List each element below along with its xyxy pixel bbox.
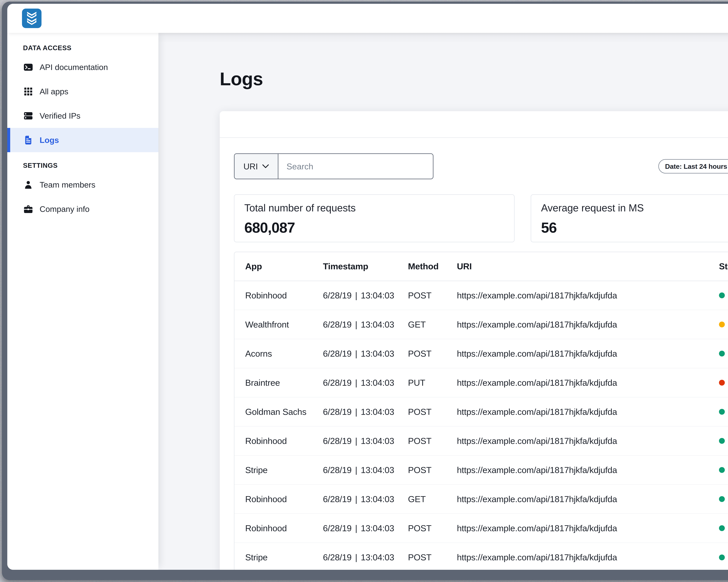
status-dot — [719, 525, 725, 531]
cell-method: POST — [408, 397, 457, 426]
cell-status: 200 — [719, 426, 728, 455]
timestamp-separator: | — [355, 378, 357, 388]
stat-value: 56 — [541, 219, 728, 236]
server-icon — [24, 112, 32, 120]
cell-timestamp: 6/28/19|13:04:03 — [323, 484, 408, 514]
search-category-label: URI — [243, 162, 258, 171]
table-body: Robinhood 6/28/19|13:04:03 POST https://… — [234, 281, 728, 570]
cell-app: Wealthfront — [234, 310, 323, 339]
table-row[interactable]: Stripe 6/28/19|13:04:03 POST https://exa… — [234, 543, 728, 570]
cell-app: Stripe — [234, 543, 323, 570]
table-row[interactable]: Robinhood 6/28/19|13:04:03 POST https://… — [234, 514, 728, 543]
cell-status: 500 — [719, 368, 728, 397]
stat-cards: Total number of requests 680,087 Average… — [234, 194, 728, 242]
cell-timestamp: 6/28/19|13:04:03 — [323, 368, 408, 397]
cell-uri: https://example.com/api/1817hjkfa/kdjufd… — [457, 397, 719, 426]
cell-uri: https://example.com/api/1817hjkfa/kdjufd… — [457, 426, 719, 455]
company-logo[interactable] — [22, 8, 42, 28]
cell-status: 200 — [719, 281, 728, 310]
cell-status: 400 — [719, 310, 728, 339]
sidebar-item-company-info[interactable]: Company info — [7, 197, 158, 221]
sidebar-item-icon — [24, 112, 33, 120]
grid-icon — [24, 88, 32, 95]
cell-app: Robinhood — [234, 484, 323, 514]
sidebar-item-label: All apps — [40, 87, 68, 96]
cell-method: GET — [408, 310, 457, 339]
app-window: Support J DATA ACCESS API documentation … — [7, 4, 728, 570]
cell-method: POST — [408, 514, 457, 543]
cell-timestamp: 6/28/19|13:04:03 — [323, 426, 408, 455]
cell-timestamp: 6/28/19|13:04:03 — [323, 397, 408, 426]
search-input[interactable] — [278, 154, 433, 179]
sidebar-item-verified-ips[interactable]: Verified IPs — [7, 104, 158, 128]
column-header-app: App — [234, 252, 323, 281]
sidebar-item-icon — [24, 63, 33, 71]
timestamp-separator: | — [355, 320, 357, 330]
logs-panel: Export URI — [220, 111, 728, 570]
cell-status: 200 — [719, 455, 728, 484]
briefcase-icon — [24, 205, 32, 213]
cell-status: 200 — [719, 484, 728, 514]
date-filter-label: Date: Last 24 hours — [665, 162, 727, 170]
search-box: URI — [234, 154, 434, 179]
stat-label: Total number of requests — [244, 202, 504, 214]
table-row[interactable]: Robinhood 6/28/19|13:04:03 GET https://e… — [234, 484, 728, 514]
sidebar-item-label: Verified IPs — [40, 111, 80, 120]
main-content: Logs Export — [158, 33, 728, 570]
table-row[interactable]: Stripe 6/28/19|13:04:03 POST https://exa… — [234, 455, 728, 484]
status-dot — [719, 293, 725, 298]
sidebar-item-label: Company info — [40, 204, 89, 214]
table-row[interactable]: Goldman Sachs 6/28/19|13:04:03 POST http… — [234, 397, 728, 426]
status-dot — [719, 554, 725, 560]
status-dot — [719, 351, 725, 357]
top-header: Support J — [7, 4, 728, 33]
cell-method: POST — [408, 543, 457, 570]
cell-uri: https://example.com/api/1817hjkfa/kdjufd… — [457, 543, 719, 570]
cell-uri: https://example.com/api/1817hjkfa/kdjufd… — [457, 368, 719, 397]
sidebar-item-label: Logs — [40, 135, 59, 145]
cell-timestamp: 6/28/19|13:04:03 — [323, 339, 408, 368]
cell-method: POST — [408, 339, 457, 368]
toolbar: URI Date: Last 24 hours — [234, 154, 728, 179]
table-row[interactable]: Robinhood 6/28/19|13:04:03 POST https://… — [234, 281, 728, 310]
sidebar-item-team-members[interactable]: Team members — [7, 172, 158, 197]
cell-uri: https://example.com/api/1817hjkfa/kdjufd… — [457, 455, 719, 484]
date-filter-button[interactable]: Date: Last 24 hours — [658, 159, 728, 173]
table-row[interactable]: Robinhood 6/28/19|13:04:03 POST https://… — [234, 426, 728, 455]
status-dot — [719, 438, 725, 444]
cell-timestamp: 6/28/19|13:04:03 — [323, 543, 408, 570]
terminal-icon — [24, 63, 33, 71]
stat-card-total-requests: Total number of requests 680,087 — [234, 194, 515, 242]
cell-uri: https://example.com/api/1817hjkfa/kdjufd… — [457, 339, 719, 368]
sidebar-item-api-documentation[interactable]: API documentation — [7, 55, 158, 79]
table-row[interactable]: Acorns 6/28/19|13:04:03 POST https://exa… — [234, 339, 728, 368]
stat-card-average-ms: Average request in MS 56 — [531, 194, 728, 242]
status-dot — [719, 380, 725, 386]
timestamp-separator: | — [355, 290, 357, 301]
column-header-status: Status — [719, 252, 728, 281]
sidebar: DATA ACCESS API documentation All apps V… — [7, 33, 158, 570]
column-header-method: Method — [408, 252, 457, 281]
cell-uri: https://example.com/api/1817hjkfa/kdjufd… — [457, 281, 719, 310]
cell-app: Goldman Sachs — [234, 397, 323, 426]
status-dot — [719, 409, 725, 415]
page-title: Logs — [220, 68, 263, 89]
timestamp-separator: | — [355, 523, 357, 533]
cell-status: 200 — [719, 543, 728, 570]
sidebar-items: API documentation All apps Verified IPs … — [7, 55, 158, 152]
cell-app: Robinhood — [234, 281, 323, 310]
sidebar-item-logs[interactable]: Logs — [7, 128, 158, 152]
table-row[interactable]: Wealthfront 6/28/19|13:04:03 GET https:/… — [234, 310, 728, 339]
search-category-select[interactable]: URI — [235, 154, 278, 179]
stat-label: Average request in MS — [541, 202, 728, 214]
sidebar-section-label: DATA ACCESS — [23, 44, 158, 52]
panel-header: Export — [220, 111, 728, 138]
sidebar-item-all-apps[interactable]: All apps — [7, 79, 158, 104]
table-row[interactable]: Braintree 6/28/19|13:04:03 PUT https://e… — [234, 368, 728, 397]
sidebar-section: SETTINGS Team members Company info — [7, 162, 158, 221]
cell-timestamp: 6/28/19|13:04:03 — [323, 455, 408, 484]
cell-timestamp: 6/28/19|13:04:03 — [323, 281, 408, 310]
timestamp-separator: | — [355, 465, 357, 475]
cell-app: Robinhood — [234, 514, 323, 543]
sidebar-item-label: Team members — [40, 180, 95, 189]
